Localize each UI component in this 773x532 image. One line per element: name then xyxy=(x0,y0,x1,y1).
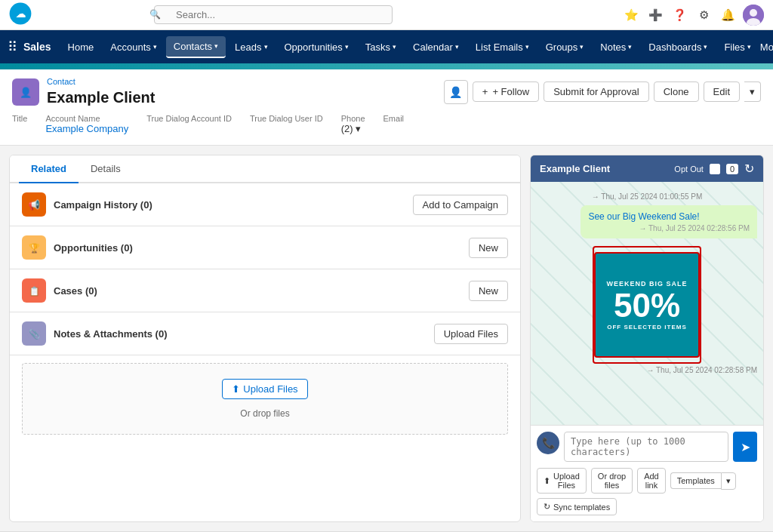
nav-opportunities[interactable]: Opportunities ▾ xyxy=(277,37,356,57)
field-value-td-user xyxy=(250,123,323,134)
cal-chevron-icon: ▾ xyxy=(455,43,459,51)
nav-list-emails[interactable]: List Emails ▾ xyxy=(468,37,537,57)
tab-related[interactable]: Related xyxy=(19,155,79,183)
record-header: 👤 Contact Example Client 👤 + + Follow Su… xyxy=(0,69,773,146)
field-value-email xyxy=(383,123,405,134)
teal-accent-strip xyxy=(0,63,773,69)
nav-more[interactable]: More ▾ xyxy=(760,42,773,53)
new-opportunity-button[interactable]: New xyxy=(469,238,508,258)
sync-templates-button[interactable]: ↻ Sync templates xyxy=(537,498,617,515)
top-bar: ☁ 🔍 ⭐ ➕ ❓ ⚙ 🔔 xyxy=(0,0,773,30)
chat-header-right: Opt Out 0 ↻ xyxy=(674,161,754,176)
files-chevron-icon: ▾ xyxy=(747,43,751,51)
field-email: Email xyxy=(383,114,405,134)
svg-text:🏆: 🏆 xyxy=(29,242,40,254)
opportunities-item: 🏆 Opportunities (0) New xyxy=(10,226,520,269)
search-wrap: 🔍 xyxy=(145,0,402,30)
chat-actions-row: ⬆ UploadFiles Or dropfiles Addlink Templ… xyxy=(537,468,757,515)
follow-button[interactable]: + + Follow xyxy=(473,81,539,102)
chat-contact-name: Example Client xyxy=(540,163,610,174)
nav-calendar[interactable]: Calendar ▾ xyxy=(405,37,467,57)
person-icon-button[interactable]: 👤 xyxy=(444,80,468,104)
field-label-email: Email xyxy=(383,114,405,123)
upload-files-inline-button[interactable]: ⬆ Upload Files xyxy=(222,379,307,399)
svg-text:📎: 📎 xyxy=(29,328,40,340)
notes-title: Notes & Attachments (0) xyxy=(54,328,167,340)
record-fields: Title Account Name Example Company True … xyxy=(12,114,761,134)
nav-dashboards[interactable]: Dashboards ▾ xyxy=(641,37,715,57)
panel-body: 📢 Campaign History (0) Add to Campaign 🏆… xyxy=(10,183,520,521)
new-case-button[interactable]: New xyxy=(469,281,508,301)
refresh-icon[interactable]: ↻ xyxy=(744,161,754,176)
phone-chevron-icon: ▾ xyxy=(356,123,361,134)
help-icon[interactable]: ❓ xyxy=(670,6,688,24)
svg-text:☁: ☁ xyxy=(16,8,26,20)
upload-icon: ⬆ xyxy=(232,383,240,395)
edit-dropdown-button[interactable]: ▾ xyxy=(744,81,761,102)
nav-leads[interactable]: Leads ▾ xyxy=(227,37,275,57)
apps-icon[interactable]: ⠿ xyxy=(8,38,17,55)
nav-home[interactable]: Home xyxy=(60,37,102,57)
chat-body: → Thu, Jul 25 2024 01:00:55 PM See our B… xyxy=(531,182,763,425)
chat-panel: Example Client Opt Out 0 ↻ → Thu, Jul 25… xyxy=(530,155,764,522)
field-title: Title xyxy=(12,114,27,134)
bell-icon[interactable]: 🔔 xyxy=(719,6,737,24)
notes-icon: 📎 xyxy=(22,321,46,346)
search-input[interactable] xyxy=(154,5,393,24)
chat-send-button[interactable]: ➤ xyxy=(733,432,757,462)
sale-percent-text: 50% xyxy=(614,289,680,322)
field-value-title xyxy=(12,123,27,134)
nav-files[interactable]: Files ▾ xyxy=(716,37,758,57)
nav-groups[interactable]: Groups ▾ xyxy=(538,37,592,57)
field-value-account[interactable]: Example Company xyxy=(45,123,128,134)
svg-text:📢: 📢 xyxy=(28,198,41,211)
upload-files-chat-button[interactable]: ⬆ UploadFiles xyxy=(537,468,587,494)
main-content: Related Details 📢 Campaign History (0) A… xyxy=(0,146,773,522)
chat-input-area: 📞 ➤ ⬆ UploadFiles Or dropfiles Addlink T… xyxy=(531,425,763,521)
nav-notes[interactable]: Notes ▾ xyxy=(593,37,639,57)
groups-chevron-icon: ▾ xyxy=(580,43,584,51)
record-title: Example Client xyxy=(47,89,155,106)
opp-chevron-icon: ▾ xyxy=(345,43,349,51)
case-icon: 📋 xyxy=(22,278,46,303)
templates-button[interactable]: Templates xyxy=(670,472,721,489)
chat-input-row: 📞 ➤ xyxy=(537,432,757,462)
templates-group: Templates ▾ xyxy=(670,472,736,490)
search-icon: 🔍 xyxy=(149,9,161,20)
upload-files-button[interactable]: Upload Files xyxy=(434,324,508,344)
add-link-button[interactable]: Addlink xyxy=(637,468,666,494)
field-phone: Phone (2) ▾ xyxy=(341,114,365,134)
submit-approval-button[interactable]: Submit for Approval xyxy=(544,81,648,102)
field-value-td-account xyxy=(146,123,232,134)
svg-text:👤: 👤 xyxy=(20,86,32,99)
avatar[interactable] xyxy=(743,5,764,26)
svg-point-3 xyxy=(750,9,757,17)
chat-ts-3: → Thu, Jul 25 2024 02:28:58 PM xyxy=(537,366,757,374)
chat-timestamp-1: → Thu, Jul 25 2024 01:00:55 PM xyxy=(537,192,757,201)
or-drop-chat-button[interactable]: Or dropfiles xyxy=(591,468,633,494)
nav-bar: ⠿ Sales Home Accounts ▾ Contacts ▾ Leads… xyxy=(0,30,773,63)
favorites-icon[interactable]: ⭐ xyxy=(622,6,640,24)
field-label-title: Title xyxy=(12,114,27,123)
field-value-phone[interactable]: (2) ▾ xyxy=(341,123,365,134)
add-to-campaign-button[interactable]: Add to Campaign xyxy=(413,195,508,215)
opt-out-checkbox[interactable] xyxy=(710,164,720,174)
nav-accounts[interactable]: Accounts ▾ xyxy=(103,37,164,57)
templates-dropdown-button[interactable]: ▾ xyxy=(721,472,736,490)
svg-text:📋: 📋 xyxy=(29,285,40,297)
upload-chat-icon: ⬆ xyxy=(544,476,550,486)
salesforce-logo[interactable]: ☁ xyxy=(9,2,32,27)
contacts-chevron-icon: ▾ xyxy=(214,42,218,50)
nav-contacts[interactable]: Contacts ▾ xyxy=(166,36,226,58)
chat-link-text[interactable]: See our Big Weekend Sale! xyxy=(588,211,699,222)
edit-button[interactable]: Edit xyxy=(704,81,740,102)
add-icon[interactable]: ➕ xyxy=(646,6,664,24)
field-label-phone: Phone xyxy=(341,114,365,123)
chat-textarea[interactable] xyxy=(564,432,728,462)
tabs-bar: Related Details xyxy=(10,155,520,183)
clone-button[interactable]: Clone xyxy=(654,81,699,102)
gear-icon[interactable]: ⚙ xyxy=(694,6,713,24)
nav-tasks[interactable]: Tasks ▾ xyxy=(358,37,404,57)
opportunities-title: Opportunities (0) xyxy=(54,242,133,254)
tab-details[interactable]: Details xyxy=(79,155,133,183)
